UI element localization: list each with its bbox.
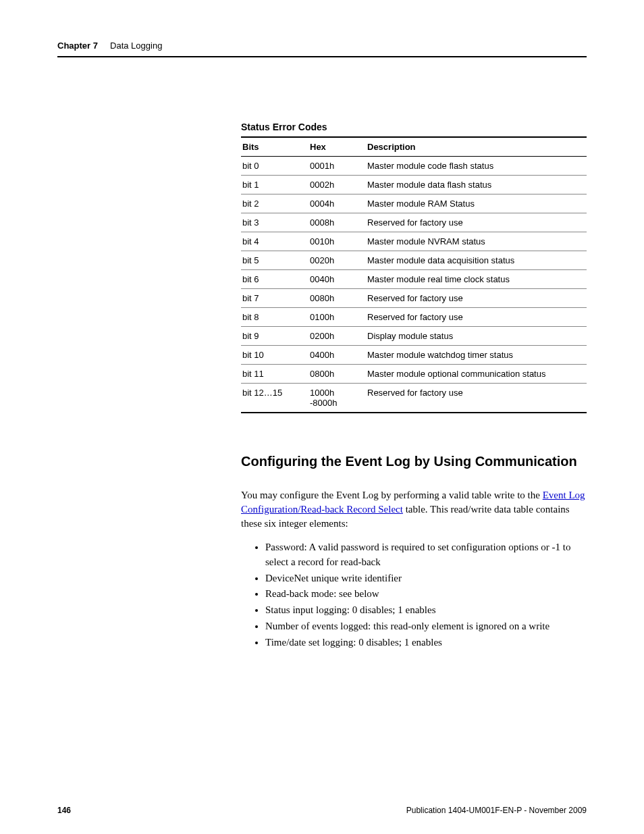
- table-row: bit 00001hMaster module code flash statu…: [241, 157, 587, 176]
- cell-bits: bit 7: [241, 289, 308, 308]
- col-header-desc: Description: [366, 137, 587, 157]
- cell-desc: Master module code flash status: [366, 157, 587, 176]
- table-row: bit 110800hMaster module optional commun…: [241, 365, 587, 384]
- table-row: bit 90200hDisplay module status: [241, 327, 587, 346]
- cell-hex: 0400h: [308, 346, 366, 365]
- main-content: Status Error Codes Bits Hex Description …: [241, 122, 587, 650]
- cell-hex: 0080h: [308, 289, 366, 308]
- cell-hex: 0100h: [308, 308, 366, 327]
- table-row: bit 70080hReserved for factory use: [241, 289, 587, 308]
- cell-hex: 0004h: [308, 194, 366, 213]
- col-header-bits: Bits: [241, 137, 308, 157]
- cell-hex: 0001h: [308, 157, 366, 176]
- cell-bits: bit 3: [241, 213, 308, 232]
- page-container: Chapter 7 Data Logging Status Error Code…: [0, 0, 644, 834]
- table-body: bit 00001hMaster module code flash statu…: [241, 157, 587, 413]
- list-item: Read-back mode: see below: [265, 587, 587, 602]
- cell-hex: 1000h -8000h: [308, 384, 366, 413]
- table-row: bit 100400hMaster module watchdog timer …: [241, 346, 587, 365]
- cell-desc: Master module real time clock status: [366, 270, 587, 289]
- list-item: Number of events logged: this read-only …: [265, 619, 587, 634]
- cell-bits: bit 8: [241, 308, 308, 327]
- table-row: bit 50020hMaster module data acquisition…: [241, 251, 587, 270]
- cell-desc: Reserved for factory use: [366, 289, 587, 308]
- cell-desc: Master module optional communication sta…: [366, 365, 587, 384]
- table-header-row: Bits Hex Description: [241, 137, 587, 157]
- cell-desc: Master module data flash status: [366, 176, 587, 194]
- table-row: bit 60040hMaster module real time clock …: [241, 270, 587, 289]
- intro-paragraph: You may configure the Event Log by perfo…: [241, 488, 587, 531]
- cell-hex: 0040h: [308, 270, 366, 289]
- section-heading: Configuring the Event Log by Using Commu…: [241, 454, 587, 469]
- list-item: DeviceNet unique write identifier: [265, 571, 587, 586]
- cell-desc: Reserved for factory use: [366, 213, 587, 232]
- cell-desc: Master module data acquisition status: [366, 251, 587, 270]
- cell-hex: 0002h: [308, 176, 366, 194]
- cell-bits: bit 4: [241, 232, 308, 251]
- page-footer: 146 Publication 1404-UM001F-EN-P - Novem…: [57, 806, 587, 815]
- table-title: Status Error Codes: [241, 122, 587, 132]
- cell-desc: Reserved for factory use: [366, 308, 587, 327]
- cell-bits: bit 1: [241, 176, 308, 194]
- list-item: Status input logging: 0 disables; 1 enab…: [265, 603, 587, 618]
- page-number: 146: [57, 806, 71, 815]
- chapter-label: Chapter 7: [57, 41, 98, 51]
- cell-desc: Master module watchdog timer status: [366, 346, 587, 365]
- cell-hex: 0200h: [308, 327, 366, 346]
- cell-bits: bit 12…15: [241, 384, 308, 413]
- list-item: Password: A valid password is required t…: [265, 540, 587, 570]
- table-row: bit 20004hMaster module RAM Status: [241, 194, 587, 213]
- cell-bits: bit 11: [241, 365, 308, 384]
- cell-desc: Reserved for factory use: [366, 384, 587, 413]
- page-header: Chapter 7 Data Logging: [57, 41, 587, 57]
- list-item: Time/date set logging: 0 disables; 1 ena…: [265, 635, 587, 650]
- table-row: bit 80100hReserved for factory use: [241, 308, 587, 327]
- cell-desc: Display module status: [366, 327, 587, 346]
- para-before-link: You may configure the Event Log by perfo…: [241, 490, 543, 500]
- table-row: bit 30008hReserved for factory use: [241, 213, 587, 232]
- cell-hex: 0020h: [308, 251, 366, 270]
- cell-bits: bit 10: [241, 346, 308, 365]
- cell-desc: Master module NVRAM status: [366, 232, 587, 251]
- cell-hex: 0010h: [308, 232, 366, 251]
- cell-bits: bit 2: [241, 194, 308, 213]
- cell-hex: 0008h: [308, 213, 366, 232]
- status-error-codes-table: Bits Hex Description bit 00001hMaster mo…: [241, 136, 587, 413]
- publication-info: Publication 1404-UM001F-EN-P - November …: [406, 806, 587, 815]
- col-header-hex: Hex: [308, 137, 366, 157]
- bullet-list: Password: A valid password is required t…: [241, 540, 587, 650]
- cell-bits: bit 5: [241, 251, 308, 270]
- table-row: bit 10002hMaster module data flash statu…: [241, 176, 587, 194]
- table-row: bit 12…151000h -8000hReserved for factor…: [241, 384, 587, 413]
- cell-bits: bit 6: [241, 270, 308, 289]
- cell-hex: 0800h: [308, 365, 366, 384]
- cell-bits: bit 9: [241, 327, 308, 346]
- table-row: bit 40010hMaster module NVRAM status: [241, 232, 587, 251]
- cell-bits: bit 0: [241, 157, 308, 176]
- cell-desc: Master module RAM Status: [366, 194, 587, 213]
- chapter-title: Data Logging: [110, 41, 162, 51]
